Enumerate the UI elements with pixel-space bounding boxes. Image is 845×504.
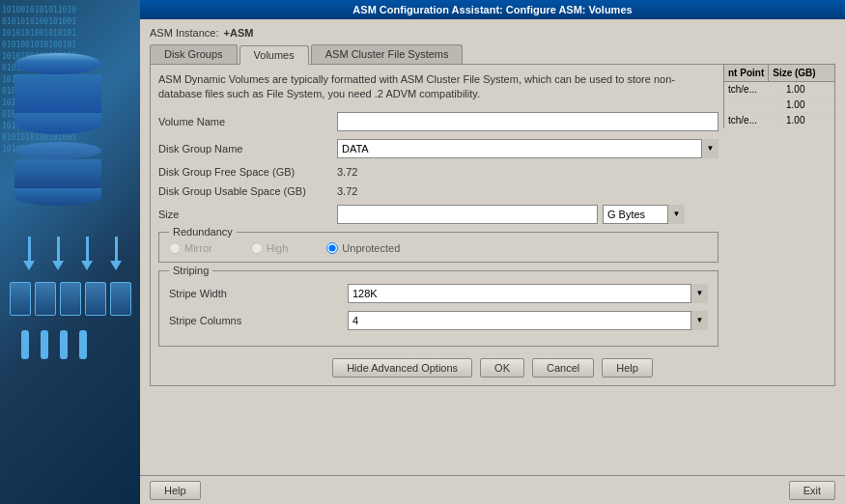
asm-instance-label: ASM Instance: xyxy=(150,27,219,39)
storage-block-icon xyxy=(85,282,106,316)
storage-block-icon xyxy=(60,282,81,316)
main-window: ASM Configuration Assistant: Configure A… xyxy=(140,0,845,504)
disk-group-name-select[interactable]: DATA xyxy=(337,139,718,158)
right-panel-cell: tch/e... xyxy=(724,113,782,127)
disk-group-name-row: Disk Group Name DATA ▼ xyxy=(158,139,718,158)
disk-group-usable-space-label: Disk Group Usable Space (GB) xyxy=(158,185,337,197)
cancel-button[interactable]: Cancel xyxy=(532,358,594,378)
right-panel-col-size: Size (GB) xyxy=(769,65,819,81)
radio-unprotected[interactable] xyxy=(326,242,338,254)
right-panel-cell: tch/e... xyxy=(724,82,782,97)
radio-unprotected-label: Unprotected xyxy=(342,242,400,254)
stripe-width-label: Stripe Width xyxy=(169,288,348,299)
connector-icon xyxy=(79,330,87,359)
stripe-columns-row: Stripe Columns 4 2 8 16 ▼ xyxy=(169,311,708,330)
asm-instance-row: ASM Instance: +ASM xyxy=(150,27,835,39)
tab-volumes[interactable]: Volumes xyxy=(239,45,309,65)
storage-block-icon xyxy=(35,282,56,316)
connector-icon xyxy=(60,330,68,359)
size-input[interactable] xyxy=(337,205,598,224)
tabs-container: Disk Groups Volumes ASM Cluster File Sys… xyxy=(150,44,835,64)
hide-advanced-button[interactable]: Hide Advanced Options xyxy=(332,358,472,378)
arrow-icon xyxy=(106,237,126,275)
striping-group-label: Striping xyxy=(169,265,212,276)
right-panel-cell: 1.00 xyxy=(782,82,808,97)
help-button[interactable]: Help xyxy=(602,358,653,378)
size-units-select[interactable]: G Bytes M Bytes xyxy=(603,205,685,224)
radio-option-mirror: Mirror xyxy=(169,242,212,254)
stripe-columns-select[interactable]: 4 2 8 16 xyxy=(348,311,708,330)
arrow-icon xyxy=(77,237,97,275)
radio-mirror[interactable] xyxy=(169,242,181,254)
disk-group-name-label: Disk Group Name xyxy=(158,143,337,154)
redundancy-options: Mirror High Unprotected xyxy=(169,238,708,254)
disk-group-free-space-row: Disk Group Free Space (GB) 3.72 xyxy=(158,166,718,178)
size-row: Size G Bytes M Bytes ▼ xyxy=(158,205,718,224)
bottom-exit-button[interactable]: Exit xyxy=(789,481,835,500)
window-content: ASM Instance: +ASM Disk Groups Volumes A… xyxy=(140,19,845,394)
tab-disk-groups[interactable]: Disk Groups xyxy=(150,44,238,64)
redundancy-group-label: Redundancy xyxy=(169,226,237,238)
description-text: ASM Dynamic Volumes are typically format… xyxy=(158,72,718,102)
stripe-columns-label: Stripe Columns xyxy=(169,315,348,326)
window-title: ASM Configuration Assistant: Configure A… xyxy=(352,4,632,15)
arrow-icon xyxy=(19,237,39,275)
buttons-row: Hide Advanced Options OK Cancel Help xyxy=(158,358,827,378)
right-panel: nt Point Size (GB) tch/e... 1.00 1.00 tc… xyxy=(723,65,834,128)
content-panel: nt Point Size (GB) tch/e... 1.00 1.00 tc… xyxy=(150,64,835,386)
right-panel-col-mount: nt Point xyxy=(724,65,769,81)
bottom-bar: Help Exit xyxy=(140,475,845,504)
right-panel-cell: 1.00 xyxy=(782,113,808,127)
title-bar: ASM Configuration Assistant: Configure A… xyxy=(140,0,845,19)
form-area: Volume Name Disk Group Name DATA ▼ Disk xyxy=(158,112,718,347)
connector-icon xyxy=(21,330,29,359)
radio-option-unprotected: Unprotected xyxy=(326,242,400,254)
tab-asm-cluster-fs[interactable]: ASM Cluster File Systems xyxy=(311,44,464,64)
connector-icon xyxy=(41,330,48,359)
stripe-width-select[interactable]: 128K 64K 256K xyxy=(348,284,708,303)
asm-instance-value: +ASM xyxy=(224,27,254,39)
disk-group-free-space-label: Disk Group Free Space (GB) xyxy=(158,166,337,178)
volume-name-label: Volume Name xyxy=(158,116,337,127)
disk-group-usable-space-row: Disk Group Usable Space (GB) 3.72 xyxy=(158,185,718,197)
disk-group-usable-space-value: 3.72 xyxy=(337,185,357,197)
redundancy-group: Redundancy Mirror High Unprotected xyxy=(158,232,718,263)
radio-mirror-label: Mirror xyxy=(184,242,212,254)
arrow-icon xyxy=(48,237,68,275)
radio-option-high: High xyxy=(251,242,289,254)
decorative-background: 1010010101011010 0101010100101001 101010… xyxy=(0,0,140,504)
right-panel-cell xyxy=(724,98,782,112)
storage-block-icon xyxy=(110,282,131,316)
striping-group: Striping Stripe Width 128K 64K 256K ▼ xyxy=(158,270,718,347)
volume-name-row: Volume Name xyxy=(158,112,718,131)
right-panel-cell: 1.00 xyxy=(782,98,808,112)
ok-button[interactable]: OK xyxy=(480,358,524,378)
bottom-help-button[interactable]: Help xyxy=(150,481,201,500)
volume-name-input[interactable] xyxy=(337,112,718,131)
storage-block-icon xyxy=(10,282,31,316)
radio-high[interactable] xyxy=(251,242,263,254)
radio-high-label: High xyxy=(267,242,289,254)
size-label: Size xyxy=(158,209,337,220)
stripe-width-row: Stripe Width 128K 64K 256K ▼ xyxy=(169,284,708,303)
disk-group-free-space-value: 3.72 xyxy=(337,166,357,178)
